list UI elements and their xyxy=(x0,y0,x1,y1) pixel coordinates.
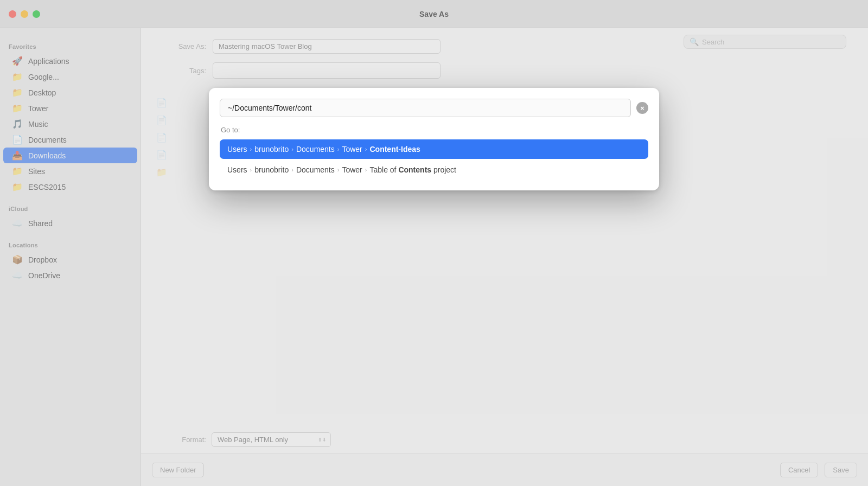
path-segment: Tower xyxy=(342,145,362,154)
path-arrow: › xyxy=(250,146,252,152)
goto-input[interactable] xyxy=(220,99,631,117)
path-arrow: › xyxy=(291,167,293,173)
goto-label: Go to: xyxy=(220,126,648,134)
goto-clear-button[interactable]: × xyxy=(636,102,648,114)
path-arrow: › xyxy=(250,167,252,173)
path-arrow: › xyxy=(337,167,340,173)
path-arrow: › xyxy=(365,167,367,173)
dialog-overlay xyxy=(0,0,868,486)
path-segment: brunobrito xyxy=(254,165,289,174)
path-segment: Documents xyxy=(296,165,335,174)
goto-dialog: × Go to: Users › brunobrito › Documents … xyxy=(209,88,659,190)
path-segment: brunobrito xyxy=(254,145,289,154)
path-segment: Tower xyxy=(342,165,362,174)
path-final: Content-Ideas xyxy=(369,145,420,154)
goto-result-2[interactable]: Users › brunobrito › Documents › Tower ›… xyxy=(220,160,648,180)
goto-results: Users › brunobrito › Documents › Tower ›… xyxy=(220,139,648,180)
path-segment: Users xyxy=(227,165,247,174)
path-arrow: › xyxy=(291,146,293,152)
goto-input-row: × xyxy=(220,99,648,117)
path-segment: Users xyxy=(227,145,247,154)
path-final: Table of Contents project xyxy=(369,165,456,174)
goto-result-1[interactable]: Users › brunobrito › Documents › Tower ›… xyxy=(220,139,648,159)
path-segment: Documents xyxy=(296,145,335,154)
bold-segment: Contents xyxy=(398,165,431,174)
path-arrow: › xyxy=(337,146,340,152)
path-arrow: › xyxy=(365,146,367,152)
